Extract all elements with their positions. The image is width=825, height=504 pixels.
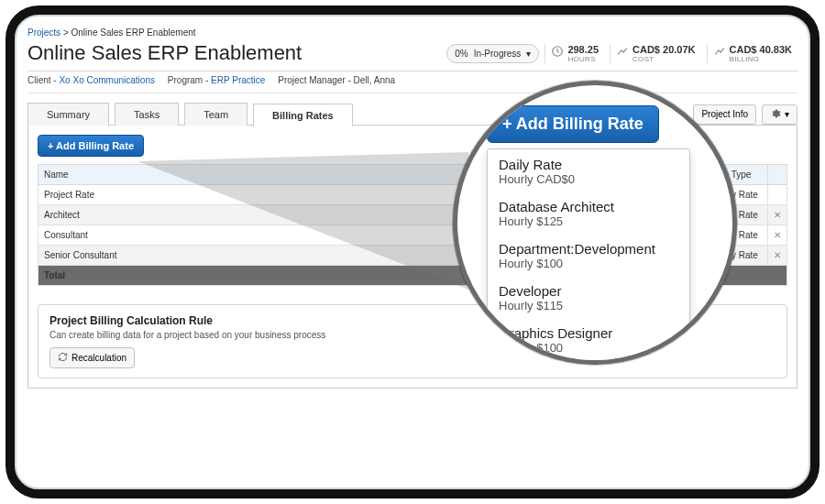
breadcrumb-sep: > <box>60 27 71 38</box>
cost-label: COST <box>632 55 695 63</box>
pm-label: Project Manager - <box>278 75 353 85</box>
col-actions <box>768 165 787 185</box>
row-delete[interactable]: ✕ <box>768 246 787 266</box>
tab-summary[interactable]: Summary <box>28 103 109 126</box>
program-link[interactable]: ERP Practice <box>211 75 265 85</box>
close-icon: ✕ <box>774 210 781 220</box>
status-label: In-Progress <box>474 49 522 59</box>
settings-menu-button[interactable]: ▾ <box>762 104 798 125</box>
billing-rate-dropdown: Daily RateHourly CAD$0Database Architect… <box>487 148 690 361</box>
dropdown-item-detail: Hourly $100 <box>499 257 678 270</box>
dropdown-item-name: Daily Rate <box>499 157 678 172</box>
close-icon: ✕ <box>774 230 781 240</box>
cost-value: CAD$ 20.07K <box>632 44 695 55</box>
hours-label: HOURS <box>567 55 599 63</box>
row-delete[interactable]: ✕ <box>768 225 787 246</box>
chevron-down-icon: ▾ <box>526 49 531 59</box>
project-info-button[interactable]: Project Info <box>693 104 756 125</box>
add-billing-rate-button[interactable]: + Add Billing Rate <box>38 135 144 157</box>
breadcrumb-current: Online Sales ERP Enablement <box>72 27 196 38</box>
chevron-down-icon: ▾ <box>785 109 789 119</box>
dropdown-item-detail: Hourly $115 <box>499 299 678 312</box>
dropdown-item-detail: Hourly CAD$0 <box>499 172 678 186</box>
billing-label: BILLING <box>730 55 792 63</box>
tab-tasks[interactable]: Tasks <box>115 103 179 126</box>
status-pill[interactable]: 0% In-Progress ▾ <box>446 44 539 63</box>
tabs: Summary Tasks Team Billing Rates <box>28 103 353 126</box>
recalculation-button[interactable]: Recalculation <box>50 347 135 368</box>
billing-value: CAD$ 40.83K <box>730 44 792 55</box>
program-label: Program - <box>168 75 211 85</box>
title-row: Online Sales ERP Enablement 0% In-Progre… <box>28 39 798 71</box>
tablet-frame: Projects > Online Sales ERP Enablement O… <box>6 5 820 499</box>
row-delete[interactable]: ✕ <box>768 205 787 225</box>
dropdown-item-name: Developer <box>499 283 678 299</box>
client-label: Client - <box>28 75 59 85</box>
hours-value: 298.25 <box>567 44 599 55</box>
dropdown-item[interactable]: Department:DevelopmentHourly $100 <box>488 234 689 276</box>
dropdown-item[interactable]: Database ArchitectHourly $125 <box>488 192 689 234</box>
dropdown-item-name: Graphics Designer <box>499 325 678 341</box>
breadcrumb-root-link[interactable]: Projects <box>28 27 60 38</box>
row-delete <box>768 185 787 205</box>
dropdown-item[interactable]: Daily RateHourly CAD$0 <box>488 149 689 192</box>
metrics-bar: 0% In-Progress ▾ 298.25 HOURS <box>446 44 798 63</box>
clock-icon <box>551 45 564 61</box>
right-tools: Project Info ▾ <box>693 104 798 125</box>
metric-billing: CAD$ 40.83K BILLING <box>707 44 798 63</box>
add-billing-rate-button-zoomed[interactable]: + Add Billing Rate <box>487 105 659 143</box>
magnifier-lens: + Add Billing Rate Daily RateHourly CAD$… <box>453 81 737 365</box>
dropdown-item-name: Database Architect <box>499 199 678 214</box>
recalc-label: Recalculation <box>72 353 126 363</box>
tab-billing-rates[interactable]: Billing Rates <box>253 104 353 126</box>
cost-icon <box>616 45 629 61</box>
dropdown-item[interactable]: DeveloperHourly $115 <box>488 276 689 318</box>
metric-hours: 298.25 HOURS <box>544 44 604 63</box>
breadcrumb: Projects > Online Sales ERP Enablement <box>28 27 798 38</box>
dropdown-item-name: Department:Development <box>499 241 678 257</box>
billing-icon <box>713 45 726 61</box>
page-title: Online Sales ERP Enablement <box>28 41 302 65</box>
status-percent: 0% <box>455 49 468 59</box>
dropdown-item-detail: Hourly $125 <box>499 214 678 228</box>
close-icon: ✕ <box>774 250 781 260</box>
metric-cost: CAD$ 20.07K COST <box>610 44 700 63</box>
client-link[interactable]: Xo Xo Communications <box>59 75 155 85</box>
subhead: Client - Xo Xo Communications Program - … <box>28 71 798 93</box>
pm-name: Dell, Anna <box>354 75 396 85</box>
gear-icon <box>770 108 781 121</box>
tab-team[interactable]: Team <box>184 103 248 126</box>
refresh-icon <box>58 352 68 364</box>
